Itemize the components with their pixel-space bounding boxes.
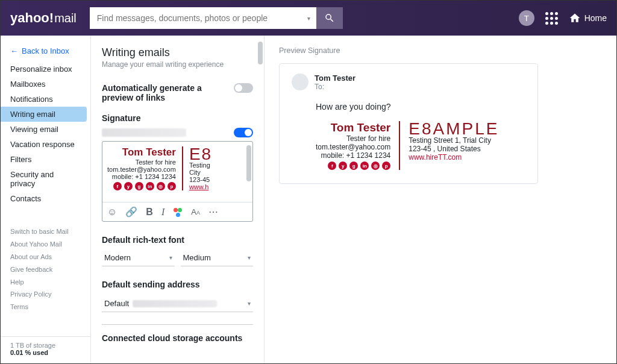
app-header: yahoo!mail ▾ T Home <box>1 1 616 36</box>
footer-terms[interactable]: Terms <box>10 301 81 313</box>
example-logo: E8 <box>189 146 212 162</box>
sidebar-item-notifications[interactable]: Notifications <box>1 92 90 107</box>
signature-editor[interactable]: Tom Tester Tester for hire tom.tester@ya… <box>102 141 253 222</box>
search-button[interactable] <box>316 7 343 29</box>
preview-card: Tom Tester To: How are you doing? Tom Te… <box>279 63 538 184</box>
text-color-icon[interactable] <box>173 207 183 217</box>
bold-icon[interactable]: B <box>146 207 153 218</box>
footer-feedback[interactable]: Give feedback <box>10 263 81 276</box>
search-filter-caret-icon[interactable]: ▾ <box>307 15 310 22</box>
italic-icon[interactable]: I <box>161 207 164 218</box>
sidebar-item-mailboxes[interactable]: Mailboxes <box>1 77 90 92</box>
chevron-down-icon: ▾ <box>169 254 172 261</box>
footer-help[interactable]: Help <box>10 276 81 289</box>
google-icon: g <box>349 162 358 170</box>
signature-label: Signature <box>102 113 253 123</box>
editor-toolbar: ☺ 🔗 B I AA ⋯ <box>102 202 252 221</box>
linkedin-icon[interactable]: in <box>146 182 154 190</box>
footer-links: Switch to basic Mail About Yahoo Mail Ab… <box>1 223 90 316</box>
settings-sidebar: ← Back to Inbox Personalize inbox Mailbo… <box>1 36 91 364</box>
twitter-icon: y <box>339 162 347 170</box>
example-logo: E8AMPLE <box>409 121 499 136</box>
footer-privacy[interactable]: Privacy Policy <box>10 288 81 301</box>
home-icon <box>569 12 581 24</box>
header-right: T Home <box>519 10 607 26</box>
signature-scrollbar[interactable] <box>246 145 251 181</box>
sending-address-select[interactable]: Default ▾ <box>102 295 253 312</box>
footer-about[interactable]: About Yahoo Mail <box>10 238 81 251</box>
link-preview-toggle[interactable] <box>234 83 253 93</box>
social-icons: f y g in ◎ p <box>107 182 176 190</box>
facebook-icon[interactable]: f <box>113 182 122 190</box>
linkedin-icon: in <box>360 162 369 170</box>
search-container: ▾ <box>90 7 343 29</box>
footer-ads[interactable]: About our Ads <box>10 251 81 263</box>
font-family-select[interactable]: Modern▾ <box>102 249 175 266</box>
user-avatar[interactable]: T <box>519 10 534 26</box>
yahoo-logo[interactable]: yahoo!mail <box>10 10 77 26</box>
cloud-section-label: Connected cloud storage accounts <box>102 324 253 343</box>
storage-meter: 1 TB of storage 0.01 % used <box>1 336 90 361</box>
signature-editor-content[interactable]: Tom Tester Tester for hire tom.tester@ya… <box>102 142 252 202</box>
avatar <box>292 74 308 90</box>
back-to-inbox[interactable]: ← Back to Inbox <box>1 44 90 61</box>
signature-right-block: E8 Testing City 123-45 www.h <box>189 146 212 190</box>
link-preview-label: Automatically generate a preview of link… <box>102 83 228 102</box>
link-icon[interactable]: 🔗 <box>125 206 137 218</box>
sidebar-item-personalize[interactable]: Personalize inbox <box>1 61 90 77</box>
settings-pane: Writing emails Manage your email writing… <box>91 36 265 364</box>
preview-column: Preview Signature Tom Tester To: How are… <box>265 36 616 364</box>
sidebar-item-filters[interactable]: Filters <box>1 152 90 167</box>
signature-left-block: Tom Tester Tester for hire tom.tester@ya… <box>107 146 176 190</box>
preview-message: How are you doing? <box>316 102 525 111</box>
font-size-select[interactable]: Medium▾ <box>181 249 254 266</box>
home-link[interactable]: Home <box>569 12 607 24</box>
signature-toggle[interactable] <box>234 128 253 137</box>
chevron-down-icon: ▾ <box>248 254 251 261</box>
footer-basic-mail[interactable]: Switch to basic Mail <box>10 225 81 238</box>
page-subtitle: Manage your email writing experience <box>102 60 253 69</box>
storage-used: 0.01 % used <box>10 349 48 356</box>
search-input-wrap[interactable]: ▾ <box>90 7 316 29</box>
pinterest-icon: p <box>382 162 390 170</box>
sending-address-redacted <box>133 300 217 307</box>
website-link: www.hireTT.com <box>409 153 499 162</box>
instagram-icon: ◎ <box>371 162 380 170</box>
sidebar-item-security[interactable]: Security and privacy <box>1 167 90 191</box>
preview-to-label: To: <box>315 83 355 91</box>
chevron-down-icon: ▾ <box>248 300 251 307</box>
google-icon[interactable]: g <box>135 182 143 190</box>
preview-signature: Tom Tester Tester for hire tom.tester@ya… <box>316 121 525 170</box>
font-section-label: Default rich-text font <box>102 235 253 245</box>
sidebar-item-contacts[interactable]: Contacts <box>1 191 90 206</box>
search-icon <box>324 13 335 24</box>
page-title: Writing emails <box>102 46 253 59</box>
pinterest-icon[interactable]: p <box>168 182 176 190</box>
apps-grid-icon[interactable] <box>545 12 558 25</box>
sidebar-item-vacation[interactable]: Vacation response <box>1 137 90 152</box>
font-size-icon[interactable]: AA <box>191 207 200 216</box>
sending-section-label: Default sending address <box>102 280 253 289</box>
preview-section-label: Preview Signature <box>279 46 602 55</box>
sidebar-item-writing[interactable]: Writing email <box>1 107 87 122</box>
signature-address-redacted <box>102 128 186 137</box>
search-input[interactable] <box>97 13 309 23</box>
facebook-icon: f <box>328 162 336 170</box>
website-link[interactable]: www.h <box>189 183 208 190</box>
preview-from-name: Tom Tester <box>315 74 355 83</box>
instagram-icon[interactable]: ◎ <box>157 182 165 190</box>
more-icon[interactable]: ⋯ <box>208 206 218 218</box>
emoji-icon[interactable]: ☺ <box>107 207 117 218</box>
sidebar-item-viewing[interactable]: Viewing email <box>1 122 90 137</box>
twitter-icon[interactable]: y <box>124 182 133 190</box>
storage-total: 1 TB of storage <box>10 342 81 349</box>
